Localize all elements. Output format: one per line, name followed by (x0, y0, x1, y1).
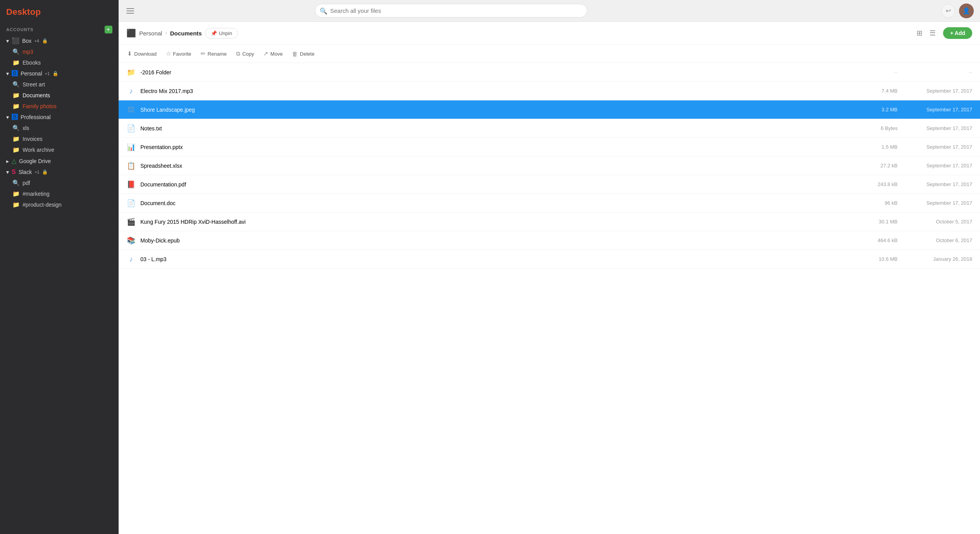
table-row[interactable]: 📕 Documentation.pdf 243.8 kB September 1… (119, 175, 980, 194)
sidebar-item-professional[interactable]: ▾ 🅱 Professional (0, 112, 119, 123)
file-name: Kung Fury 2015 HDRip XviD-Hasselhoff.avi (140, 219, 858, 225)
delete-button[interactable]: 🗑 Delete (291, 49, 315, 59)
back-button[interactable]: ↩ (941, 4, 955, 18)
table-row[interactable]: ♪ 03 - L.mp3 10.6 MB January 26, 2018 (119, 250, 980, 269)
file-icon: ♪ (126, 255, 136, 263)
topbar: 🔍 ↩ 👤 (119, 0, 980, 22)
breadcrumb-current[interactable]: Documents (170, 30, 202, 37)
sidebar-item-xls-search[interactable]: 🔍 xls (0, 123, 119, 134)
unpin-button[interactable]: 📌 Unpin (205, 28, 238, 39)
file-icon: 📚 (126, 236, 136, 245)
sidebar-item-work-archive[interactable]: 📁 Work archive (0, 144, 119, 155)
table-row[interactable]: 📚 Moby-Dick.epub 464.6 kB October 6, 201… (119, 231, 980, 250)
file-name: 03 - L.mp3 (140, 256, 858, 262)
file-size: 30.1 MB (863, 219, 898, 225)
file-size: 27.2 kB (863, 163, 898, 169)
folder-icon: 📁 (12, 103, 20, 110)
toolbar: ⬇ Download ☆ Favorite ✏ Rename ⧉ Copy ↗ … (119, 45, 980, 63)
file-date: September 17, 2017 (902, 163, 972, 169)
download-icon: ⬇ (127, 50, 132, 57)
app-title: Desktop (6, 7, 41, 17)
sidebar-item-product-design[interactable]: 📁 #product-design (0, 199, 119, 210)
file-name: Electro Mix 2017.mp3 (140, 88, 858, 94)
sidebar-item-street-art[interactable]: 🔍 Street art (0, 79, 119, 90)
file-icon: 📕 (126, 180, 136, 189)
file-date: September 17, 2017 (902, 144, 972, 150)
file-name: Shore Landscape.jpeg (140, 107, 858, 113)
favorite-button[interactable]: ☆ Favorite (165, 49, 192, 59)
caret-icon: ▾ (6, 38, 9, 44)
file-date: January 26, 2018 (902, 256, 972, 262)
sidebar-item-ebooks[interactable]: 📁 Ebooks (0, 57, 119, 68)
rename-button[interactable]: ✏ Rename (200, 49, 228, 59)
table-row[interactable]: 📁 -2016 Folder -- -- (119, 63, 980, 82)
table-row[interactable]: 📋 Spreadsheet.xlsx 27.2 kB September 17,… (119, 156, 980, 175)
breadcrumb-right: ⊞ ☰ + Add (914, 27, 972, 39)
search-box: 🔍 (315, 4, 587, 18)
sidebar-item-pdf-search[interactable]: 🔍 pdf (0, 177, 119, 188)
file-icon: 📄 (126, 124, 136, 133)
file-size: 3.2 MB (863, 107, 898, 112)
sidebar-item-google-drive[interactable]: ▸ △ Google Drive (0, 155, 119, 167)
copy-icon: ⧉ (236, 50, 240, 57)
file-name: Notes.txt (140, 125, 858, 132)
copy-button[interactable]: ⧉ Copy (235, 49, 255, 59)
file-name: Moby-Dick.epub (140, 237, 858, 244)
file-name: Documentation.pdf (140, 181, 858, 188)
grid-view-button[interactable]: ⊞ (914, 27, 925, 39)
download-button[interactable]: ⬇ Download (126, 49, 158, 59)
main-panel: 🔍 ↩ 👤 ⬛ Personal › Documents 📌 Unpin ⊞ ☰… (119, 0, 980, 534)
folder-icon: 📁 (12, 190, 20, 197)
search-icon: 🔍 (12, 81, 20, 88)
pencil-icon: ✏ (201, 50, 206, 57)
file-date: -- (902, 69, 972, 75)
list-view-button[interactable]: ☰ (927, 27, 938, 39)
table-row[interactable]: 🎬 Kung Fury 2015 HDRip XviD-Hasselhoff.a… (119, 213, 980, 231)
table-row[interactable]: 🖼 Shore Landscape.jpeg 3.2 MB September … (119, 100, 980, 119)
file-name: Document.doc (140, 200, 858, 206)
folder-icon: 📁 (12, 92, 20, 99)
sidebar-item-slack[interactable]: ▾ S Slack +1 🔒 (0, 167, 119, 177)
sidebar-item-box[interactable]: ▾ ⬛ Box +4 🔒 (0, 35, 119, 46)
file-date: September 17, 2017 (902, 200, 972, 206)
file-icon: 🖼 (126, 105, 136, 114)
file-name: Presentation.pptx (140, 144, 858, 150)
breadcrumb: ⬛ Personal › Documents 📌 Unpin (126, 28, 238, 39)
trash-icon: 🗑 (292, 51, 298, 57)
move-button[interactable]: ↗ Move (262, 49, 284, 59)
table-row[interactable]: 📊 Presentation.pptx 1.5 MB September 17,… (119, 138, 980, 156)
add-account-button[interactable]: + (105, 26, 112, 33)
sidebar-item-mp3-search[interactable]: 🔍 mp3 (0, 46, 119, 57)
sidebar-item-documents[interactable]: 📁 Documents (0, 90, 119, 101)
file-date: September 17, 2017 (902, 181, 972, 187)
hamburger-button[interactable] (125, 7, 136, 15)
pin-icon: 📌 (211, 30, 217, 36)
sidebar-item-family-photos[interactable]: 📁 Family photos (0, 101, 119, 112)
professional-icon: 🅱 (12, 114, 18, 121)
caret-icon: ▾ (6, 169, 9, 175)
file-size: 96 kB (863, 200, 898, 206)
topbar-right: ↩ 👤 (941, 4, 974, 18)
sidebar-item-marketing[interactable]: 📁 #marketing (0, 188, 119, 199)
breadcrumb-account[interactable]: Personal (139, 30, 162, 37)
table-row[interactable]: 📄 Document.doc 96 kB September 17, 2017 (119, 194, 980, 213)
folder-icon: 📁 (12, 201, 20, 208)
add-button[interactable]: + Add (943, 27, 972, 39)
file-icon: 📁 (126, 68, 136, 77)
avatar[interactable]: 👤 (959, 4, 974, 18)
folder-icon: 📁 (12, 135, 20, 142)
file-name: -2016 Folder (140, 69, 858, 76)
sidebar-item-invoices[interactable]: 📁 Invoices (0, 134, 119, 144)
breadcrumb-bar: ⬛ Personal › Documents 📌 Unpin ⊞ ☰ + Add (119, 22, 980, 45)
slack-icon: S (12, 169, 16, 176)
table-row[interactable]: ♪ Electro Mix 2017.mp3 7.4 MB September … (119, 82, 980, 100)
move-icon: ↗ (263, 50, 268, 57)
file-size: 7.4 MB (863, 88, 898, 94)
table-row[interactable]: 📄 Notes.txt 6 Bytes September 17, 2017 (119, 119, 980, 138)
view-buttons: ⊞ ☰ (914, 27, 938, 39)
sidebar-item-personal[interactable]: ▾ 🅱 Personal +1 🔒 (0, 68, 119, 79)
file-date: October 5, 2017 (902, 219, 972, 225)
file-size: 10.6 MB (863, 256, 898, 262)
search-input[interactable] (315, 4, 587, 18)
accounts-label: ACCOUNTS + (0, 23, 119, 35)
